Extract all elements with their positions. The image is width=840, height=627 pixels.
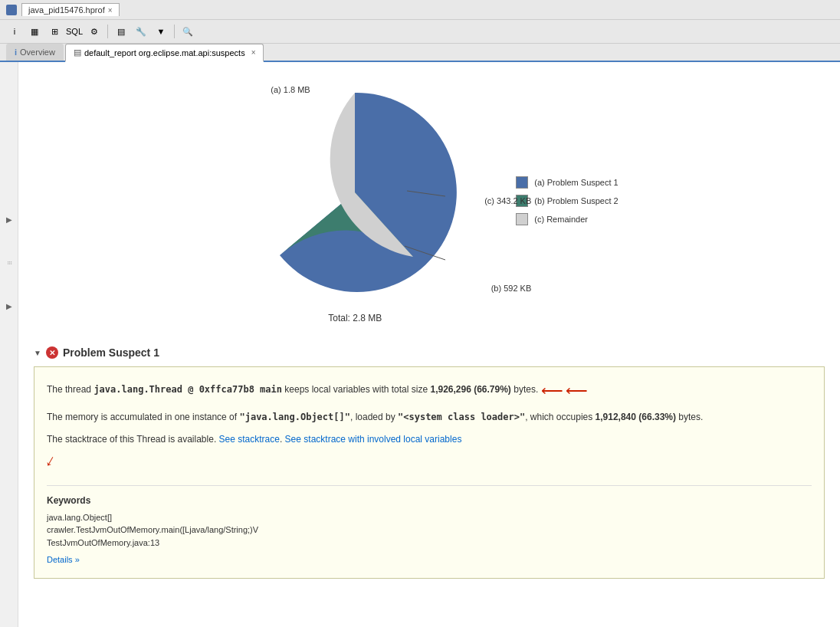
arrow-annotation-3: ↓ <box>41 447 61 474</box>
tab-default-report[interactable]: ▤ default_report org.eclipse.mat.api:sus… <box>65 44 264 62</box>
left-sidebar: ▶ ⠿ ▶ <box>0 62 18 627</box>
desc-line-3: The stacktrace of this Thread is availab… <box>47 432 812 474</box>
window-tab[interactable]: java_pid15476.hprof × <box>21 3 120 16</box>
toolbar-info-btn[interactable]: i <box>6 23 23 40</box>
tab-table-icon: ▤ <box>74 48 81 57</box>
tab-default-report-label: default_report org.eclipse.mat.api:suspe… <box>84 48 245 57</box>
collapse-arrow-1[interactable]: ▼ <box>34 349 41 357</box>
keyword-line-1: java.lang.Object[] <box>47 511 812 524</box>
problem-title-1: Problem Suspect 1 <box>63 346 159 359</box>
legend-item-c: (c) Remainder <box>516 213 618 225</box>
toolbar-dominator-btn[interactable]: ⊞ <box>46 23 63 40</box>
desc-line-1: The thread java.lang.Thread @ 0xffca77b8… <box>47 378 812 402</box>
legend-label-b: (b) Problem Suspect 2 <box>534 196 618 205</box>
window-title-bar: java_pid15476.hprof × <box>0 0 840 20</box>
toolbar-report-btn[interactable]: ▤ <box>113 23 130 40</box>
error-icon-1: ✕ <box>46 346 58 359</box>
main-content: ▶ ⠿ ▶ (a) 1.8 MB <box>0 62 840 627</box>
toolbar-dropdown-btn[interactable]: ▼ <box>153 23 169 40</box>
toolbar-histogram-btn[interactable]: ▦ <box>26 23 43 40</box>
arrow-annotation-2: ⟵ <box>566 382 588 399</box>
chart-label-c: (c) 343.2 KB <box>484 196 531 205</box>
pie-chart <box>240 77 470 307</box>
toolbar: i ▦ ⊞ SQL ⚙ ▤ 🔧 ▼ 🔍 <box>0 20 840 44</box>
legend-color-c <box>516 213 528 225</box>
toolbar-sql-btn[interactable]: SQL <box>66 23 83 40</box>
keywords-title: Keywords <box>47 494 812 508</box>
toolbar-search-btn[interactable]: 🔍 <box>179 23 196 40</box>
chart-label-a: (a) 1.8 MB <box>271 85 310 94</box>
tab-overview-icon: i <box>15 48 17 57</box>
legend-item-a: (a) Problem Suspect 1 <box>516 176 618 189</box>
chart-legend: (a) Problem Suspect 1 (b) Problem Suspec… <box>516 176 618 225</box>
details-link[interactable]: Details » <box>47 553 812 567</box>
sidebar-collapse-arrow[interactable]: ▶ <box>6 302 12 310</box>
see-stacktrace-link[interactable]: See stacktrace <box>219 434 280 445</box>
keywords-section: Keywords java.lang.Object[] crawler.Test… <box>47 485 812 567</box>
desc-line-2: The memory is accumulated in one instanc… <box>47 410 812 425</box>
keyword-line-3: TestJvmOutOfMemory.java:13 <box>47 537 812 550</box>
chart-label-b: (b) 592 KB <box>491 284 532 293</box>
tab-bar: i Overview ▤ default_report org.eclipse.… <box>0 44 840 62</box>
chart-total: Total: 2.8 MB <box>240 313 470 323</box>
legend-item-b: (b) Problem Suspect 2 <box>516 195 618 207</box>
legend-color-a <box>516 176 528 189</box>
window-close-button[interactable]: × <box>108 6 113 15</box>
see-stacktrace-with-link[interactable]: See stacktrace with involved local varia… <box>285 434 462 445</box>
arrow-annotation-1: ⟵ <box>541 382 563 399</box>
sidebar-expand-arrow[interactable]: ▶ <box>6 215 12 224</box>
chart-wrapper: (a) 1.8 MB (c) 343.2 KB (b) 592 <box>240 77 470 323</box>
toolbar-run-btn[interactable]: 🔧 <box>133 23 149 40</box>
sidebar-resize-handle[interactable]: ⠿ <box>5 261 12 265</box>
content-panel: (a) 1.8 MB (c) 343.2 KB (b) 592 <box>18 62 840 627</box>
toolbar-separator-2 <box>174 25 175 38</box>
problem-section-1: ▼ ✕ Problem Suspect 1 The thread java.la… <box>34 346 825 579</box>
window-icon <box>6 5 17 15</box>
toolbar-separator <box>107 25 108 38</box>
tab-close-btn[interactable]: × <box>251 48 256 57</box>
description-box-1: The thread java.lang.Thread @ 0xffca77b8… <box>34 366 825 579</box>
tab-overview[interactable]: i Overview <box>6 44 64 61</box>
chart-section: (a) 1.8 MB (c) 343.2 KB (b) 592 <box>34 70 825 339</box>
toolbar-settings-btn[interactable]: ⚙ <box>86 23 103 40</box>
problem-header-1[interactable]: ▼ ✕ Problem Suspect 1 <box>34 346 825 359</box>
legend-label-c: (c) Remainder <box>534 215 588 224</box>
tab-overview-label: Overview <box>20 48 55 57</box>
pie-segment-a <box>280 93 457 292</box>
legend-label-a: (a) Problem Suspect 1 <box>534 178 618 187</box>
keyword-line-2: crawler.TestJvmOutOfMemory.main([Ljava/l… <box>47 524 812 537</box>
window-tab-label: java_pid15476.hprof <box>28 5 105 15</box>
